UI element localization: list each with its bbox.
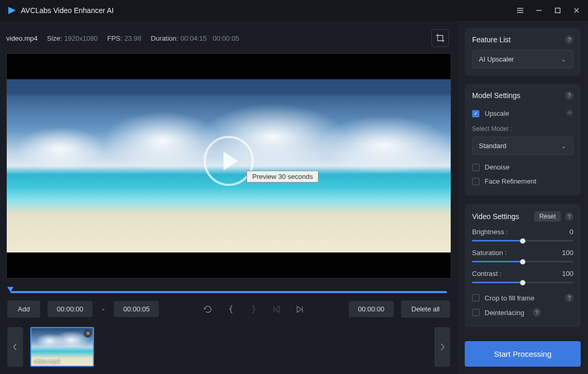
- crop-to-fill-checkbox[interactable]: [472, 294, 479, 301]
- feature-list-panel: Feature List ? AI Upscaler ⌄: [465, 28, 581, 76]
- crop-button[interactable]: [431, 29, 449, 47]
- duration-label: Duration:: [151, 34, 179, 42]
- start-processing-button[interactable]: Start Processing: [465, 341, 581, 367]
- svg-point-2: [569, 112, 571, 114]
- fps-value: 23.98: [124, 34, 142, 42]
- window-controls: [516, 6, 581, 15]
- contrast-label: Contrast :: [472, 270, 501, 278]
- play-logo-icon: [7, 6, 17, 15]
- app-title: AVCLabs Video Enhancer AI: [21, 6, 114, 15]
- time-range-dash: -: [100, 305, 107, 314]
- upscale-settings-button[interactable]: [566, 109, 573, 118]
- mark-out-button: [250, 305, 257, 314]
- crop-to-fill-help[interactable]: ?: [565, 294, 573, 302]
- upscale-label: Upscale: [485, 110, 509, 117]
- current-time-field[interactable]: 00:00:00: [349, 301, 394, 317]
- upscale-checkbox[interactable]: ✓: [472, 110, 479, 117]
- feature-list-help[interactable]: ?: [565, 35, 573, 44]
- face-refinement-label: Face Refinement: [485, 177, 536, 185]
- deinterlacing-help[interactable]: ?: [533, 308, 541, 317]
- video-settings-panel: Video Settings Reset ? Brightness : 0: [465, 204, 581, 327]
- model-settings-help[interactable]: ?: [565, 91, 573, 100]
- clip-name: video.mp4: [33, 358, 60, 365]
- video-settings-title: Video Settings: [472, 212, 519, 221]
- model-select[interactable]: Standard ⌄: [472, 137, 573, 155]
- loop-button[interactable]: [203, 304, 213, 315]
- face-refinement-checkbox[interactable]: [472, 178, 479, 185]
- brace-left-icon: [228, 305, 235, 314]
- skip-back-icon: [272, 305, 281, 314]
- main-content: video.mp4 Size:1920x1080 FPS:23.98 Durat…: [0, 21, 457, 374]
- select-model-label: Select Model :: [472, 125, 573, 132]
- titlebar: AVCLabs Video Enhancer AI: [0, 0, 588, 21]
- denoise-label: Denoise: [485, 163, 510, 171]
- svg-rect-1: [556, 8, 560, 13]
- gear-icon: [566, 109, 573, 116]
- size-value: 1920x1080: [64, 34, 98, 42]
- clips-next-button[interactable]: [434, 327, 450, 367]
- feature-list-title: Feature List: [472, 35, 511, 44]
- menu-button[interactable]: [516, 6, 524, 15]
- clip-tray: video.mp4 ✕: [0, 325, 457, 374]
- saturation-slider-row: Saturation : 100: [472, 249, 573, 262]
- chevron-down-icon: ⌄: [561, 55, 567, 63]
- contrast-value: 100: [562, 270, 573, 278]
- saturation-label: Saturation :: [472, 249, 507, 257]
- brightness-slider-row: Brightness : 0: [472, 228, 573, 242]
- timeline-track[interactable]: [10, 291, 447, 293]
- add-button[interactable]: Add: [7, 300, 40, 318]
- timeline: [0, 279, 457, 297]
- next-frame-button[interactable]: [296, 305, 305, 314]
- fps-label: FPS:: [107, 34, 122, 42]
- deinterlacing-label: Deinterlacing: [485, 309, 524, 317]
- transport-controls: Add 00:00:00 - 00:00:05 00:00:00 Delete …: [0, 297, 457, 325]
- model-settings-panel: Model Settings ? ✓ Upscale Select Model …: [465, 84, 581, 196]
- chevron-right-icon: [440, 343, 445, 351]
- feature-select[interactable]: AI Upscaler ⌄: [472, 50, 573, 68]
- maximize-button[interactable]: [554, 6, 562, 15]
- preview-tooltip: Preview 30 seconds: [246, 171, 319, 183]
- mark-in-button[interactable]: [228, 305, 235, 314]
- saturation-slider[interactable]: [472, 261, 573, 262]
- saturation-value: 100: [562, 249, 573, 257]
- brace-right-icon: [250, 305, 257, 314]
- size-label: Size:: [47, 34, 62, 42]
- video-preview: Preview 30 seconds: [6, 53, 451, 279]
- prev-frame-button: [272, 305, 281, 314]
- play-icon: [224, 151, 238, 170]
- brightness-value: 0: [570, 228, 573, 236]
- settings-sidebar: Feature List ? AI Upscaler ⌄ Model Setti…: [457, 21, 588, 374]
- clip-remove-button[interactable]: ✕: [84, 329, 92, 337]
- reset-button[interactable]: Reset: [534, 211, 561, 222]
- chevron-left-icon: [13, 343, 18, 351]
- video-settings-help[interactable]: ?: [565, 212, 573, 221]
- duration-value: 00:04:15: [180, 34, 207, 42]
- deinterlacing-checkbox[interactable]: [472, 309, 479, 316]
- chevron-down-icon: ⌄: [561, 142, 567, 150]
- out-time-field[interactable]: 00:00:05: [114, 301, 159, 317]
- video-filename: video.mp4: [6, 34, 38, 42]
- crop-to-fill-label: Crop to fill frame: [485, 294, 534, 302]
- denoise-checkbox[interactable]: [472, 164, 479, 171]
- in-time-field[interactable]: 00:00:00: [48, 301, 92, 317]
- clip-thumbnail[interactable]: video.mp4 ✕: [30, 327, 94, 367]
- contrast-slider-row: Contrast : 100: [472, 270, 573, 283]
- model-select-value: Standard: [479, 142, 507, 150]
- feature-select-value: AI Upscaler: [479, 55, 514, 63]
- model-settings-title: Model Settings: [472, 91, 521, 100]
- position-value: 00:00:05: [213, 34, 239, 42]
- clips-prev-button[interactable]: [7, 327, 23, 367]
- minimize-button[interactable]: [535, 6, 543, 15]
- delete-all-button[interactable]: Delete all: [401, 300, 450, 318]
- app-logo: AVCLabs Video Enhancer AI: [7, 6, 114, 15]
- brightness-slider[interactable]: [472, 240, 573, 242]
- crop-icon: [436, 33, 445, 43]
- brightness-label: Brightness :: [472, 228, 508, 236]
- svg-marker-0: [8, 7, 16, 14]
- close-button[interactable]: [572, 6, 581, 15]
- video-info-bar: video.mp4 Size:1920x1080 FPS:23.98 Durat…: [0, 24, 457, 53]
- skip-forward-icon: [296, 305, 305, 314]
- contrast-slider[interactable]: [472, 282, 573, 283]
- loop-icon: [203, 304, 213, 315]
